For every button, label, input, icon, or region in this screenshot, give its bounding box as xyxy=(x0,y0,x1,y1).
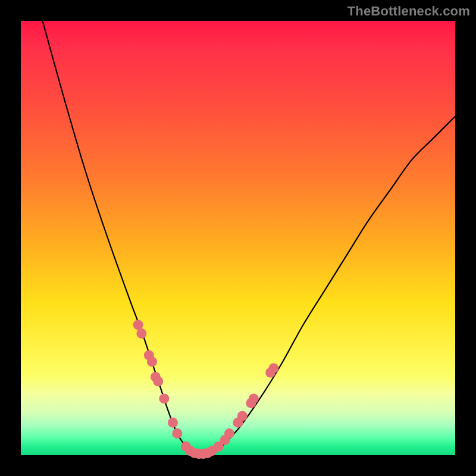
highlight-dots-group xyxy=(133,320,279,459)
highlight-dot xyxy=(237,411,248,421)
highlight-dot xyxy=(133,320,143,330)
highlight-dot xyxy=(249,394,259,404)
highlight-dot xyxy=(153,376,163,386)
highlight-dot xyxy=(224,428,234,439)
bottleneck-curve xyxy=(43,21,456,456)
highlight-dot xyxy=(159,394,169,404)
watermark-text: TheBottleneck.com xyxy=(347,4,470,19)
plot-area xyxy=(21,21,455,455)
highlight-dot xyxy=(172,428,182,439)
highlight-dot xyxy=(268,364,278,374)
highlight-dot xyxy=(136,328,146,339)
highlight-dot xyxy=(168,418,178,428)
chart-frame: TheBottleneck.com xyxy=(0,0,476,476)
chart-svg xyxy=(21,21,455,455)
highlight-dot xyxy=(147,357,157,367)
